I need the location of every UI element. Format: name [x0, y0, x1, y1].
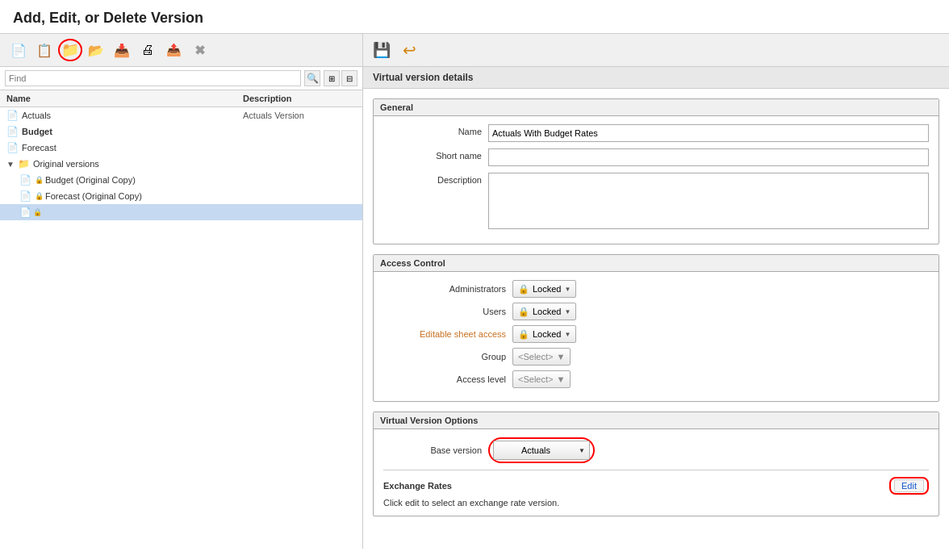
- folder-children: 📄 🔒 Budget (Original Copy) 📄 🔒 Forecast …: [0, 172, 362, 220]
- administrators-label: Administrators: [383, 284, 512, 294]
- exchange-rates-edit-button[interactable]: Edit: [894, 479, 924, 492]
- budget-name: Budget: [22, 127, 243, 136]
- group-dropdown[interactable]: <Select> ▼: [512, 348, 571, 366]
- editable-sheet-value: Locked: [533, 329, 561, 339]
- exchange-rates-note: Click edit to select an exchange rate ve…: [383, 498, 929, 508]
- access-control-section: Access Control Administrators 🔒 Locked ▼…: [373, 254, 939, 402]
- budget-orig-doc-icon: 📄: [19, 174, 31, 186]
- print-button[interactable]: 🖨: [136, 39, 160, 61]
- list-item[interactable]: 📄 🔒 Forecast (Original Copy): [0, 188, 362, 204]
- administrators-dropdown[interactable]: 🔒 Locked ▼: [512, 280, 576, 298]
- exchange-rates-area: Exchange Rates Edit Click edit to select…: [383, 470, 929, 508]
- expand-all-button[interactable]: ⊞: [324, 70, 340, 86]
- export-icon: 📤: [166, 43, 182, 57]
- group-label: Group: [383, 352, 512, 361]
- col-desc-header: Description: [243, 94, 356, 103]
- copy-icon: 📋: [36, 43, 52, 58]
- page-header: Add, Edit, or Delete Version: [0, 0, 949, 34]
- undo-button[interactable]: ↩: [397, 39, 421, 61]
- search-input[interactable]: [5, 70, 301, 86]
- group-row: Group <Select> ▼: [383, 348, 929, 366]
- editable-sheet-label: Editable sheet access: [383, 329, 512, 339]
- search-bar: 🔍 ⊞ ⊟: [0, 67, 362, 90]
- general-section: General Name Short name Description: [373, 98, 939, 244]
- name-row: Name: [383, 124, 929, 142]
- search-icons: ⊞ ⊟: [324, 70, 357, 86]
- budget-orig-name: Budget (Original Copy): [45, 175, 243, 185]
- forecast-name: Forecast: [22, 143, 243, 153]
- list-item[interactable]: 📄 🔒 Budget (Original Copy): [0, 172, 362, 188]
- users-lock-icon: 🔒: [518, 307, 529, 317]
- actuals-doc-icon: 📄: [6, 110, 19, 121]
- actuals-desc: Actuals Version: [243, 111, 356, 120]
- general-section-body: Name Short name Description: [374, 116, 939, 244]
- new-item-doc-icon: 📄: [19, 207, 31, 218]
- editable-arrow-icon: ▼: [564, 331, 571, 338]
- print-icon: 🖨: [141, 43, 154, 57]
- access-control-title: Access Control: [374, 255, 939, 272]
- list-content: 📄 Actuals Actuals Version 📄 Budget 📄 For…: [0, 107, 362, 549]
- left-panel: 📄 📋 📁 📂 📥 🖨 📤 ✖: [0, 34, 363, 549]
- group-value: <Select>: [518, 352, 553, 361]
- list-item[interactable]: 📄 Actuals Actuals Version: [0, 107, 362, 123]
- users-row: Users 🔒 Locked ▼: [383, 303, 929, 320]
- users-value: Locked: [533, 307, 561, 316]
- right-toolbar: 💾 ↩: [363, 34, 949, 67]
- admin-arrow-icon: ▼: [564, 286, 571, 293]
- new-virtual-icon: 📁: [61, 41, 79, 59]
- import-button[interactable]: 📥: [110, 39, 134, 61]
- description-input[interactable]: [488, 173, 929, 229]
- base-version-select[interactable]: Actuals Budget Forecast: [493, 441, 590, 460]
- search-button[interactable]: 🔍: [304, 70, 320, 86]
- users-dropdown[interactable]: 🔒 Locked ▼: [512, 303, 576, 320]
- access-level-arrow-icon: ▼: [556, 374, 565, 384]
- budget-doc-icon: 📄: [6, 126, 19, 137]
- editable-sheet-dropdown[interactable]: 🔒 Locked ▼: [512, 325, 576, 343]
- access-level-row: Access level <Select> ▼: [383, 370, 929, 388]
- export-button[interactable]: 📤: [161, 39, 186, 61]
- import-icon: 📥: [114, 43, 130, 58]
- folder-icon: 📂: [88, 43, 104, 58]
- editable-sheet-row: Editable sheet access 🔒 Locked ▼: [383, 325, 929, 343]
- right-panel: 💾 ↩ Virtual version details General Name…: [363, 34, 949, 549]
- base-version-circle: Actuals Budget Forecast: [488, 437, 595, 463]
- folder-button[interactable]: 📂: [84, 39, 108, 61]
- search-icon: 🔍: [307, 73, 319, 84]
- new-virtual-button[interactable]: 📁: [58, 39, 82, 61]
- virtual-version-options-body: Base version Actuals Budget Forecast: [374, 429, 939, 516]
- original-versions-label: Original versions: [33, 159, 99, 169]
- budget-orig-lock-icon: 🔒: [35, 176, 44, 184]
- short-name-label: Short name: [383, 148, 488, 161]
- editable-lock-icon: 🔒: [518, 329, 529, 340]
- panel-title: Virtual version details: [363, 67, 949, 89]
- new-icon: 📄: [10, 43, 27, 58]
- name-input[interactable]: [488, 124, 929, 142]
- access-control-body: Administrators 🔒 Locked ▼ Users 🔒 Locked: [374, 272, 939, 401]
- edit-circle: Edit: [889, 477, 929, 495]
- details-content: General Name Short name Description: [363, 89, 949, 549]
- short-name-input[interactable]: [488, 148, 929, 166]
- page-title: Add, Edit, or Delete Version: [13, 10, 936, 27]
- short-name-row: Short name: [383, 148, 929, 166]
- undo-icon: ↩: [403, 40, 416, 60]
- collapse-all-button[interactable]: ⊟: [341, 70, 357, 86]
- save-button[interactable]: 💾: [370, 39, 394, 61]
- exchange-rates-header: Exchange Rates Edit: [383, 477, 929, 495]
- administrators-value: Locked: [533, 284, 561, 294]
- forecast-orig-lock-icon: 🔒: [35, 192, 44, 200]
- exchange-rates-label: Exchange Rates: [383, 481, 889, 491]
- list-item[interactable]: 📄 Budget: [0, 123, 362, 140]
- virtual-version-options-section: Virtual Version Options Base version Act…: [373, 412, 939, 516]
- new-button[interactable]: 📄: [6, 39, 31, 61]
- copy-button[interactable]: 📋: [32, 39, 56, 61]
- base-version-select-wrapper: Actuals Budget Forecast: [493, 441, 590, 460]
- list-item-selected[interactable]: 📄 🔒: [0, 204, 362, 220]
- actuals-name: Actuals: [22, 111, 243, 120]
- list-header: Name Description: [0, 90, 362, 107]
- access-level-dropdown[interactable]: <Select> ▼: [512, 370, 571, 388]
- forecast-orig-name: Forecast (Original Copy): [45, 191, 243, 201]
- list-item[interactable]: 📄 Forecast: [0, 140, 362, 156]
- folder-item-original-versions[interactable]: ▼ 📁 Original versions: [0, 156, 362, 172]
- users-label: Users: [383, 307, 512, 316]
- delete-button[interactable]: ✖: [187, 39, 211, 61]
